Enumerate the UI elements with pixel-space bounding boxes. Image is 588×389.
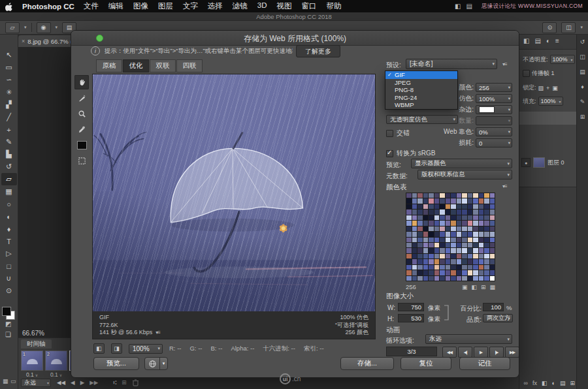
frame-delay-select[interactable]: 0.1 — [45, 371, 67, 378]
chevron-down-icon[interactable]: ▾ — [24, 25, 27, 30]
layer-mask-icon[interactable]: ◧ — [542, 380, 547, 386]
color-swatch[interactable] — [440, 270, 445, 275]
menu-item[interactable]: 图层 — [158, 1, 173, 11]
color-swatch[interactable] — [457, 270, 462, 275]
color-swatch[interactable] — [457, 243, 462, 247]
marquee-tool[interactable]: ▭ — [1, 61, 17, 74]
color-swatch[interactable] — [468, 226, 473, 231]
color-swatch[interactable] — [484, 210, 489, 214]
hand-tool[interactable]: ∪ — [1, 272, 17, 285]
color-swatch[interactable] — [490, 270, 495, 275]
color-swatch[interactable] — [451, 210, 456, 214]
color-swatch[interactable] — [440, 198, 445, 203]
color-swatch[interactable] — [440, 193, 445, 198]
color-swatch[interactable] — [484, 193, 489, 198]
layer-visibility-icon[interactable]: ● — [521, 158, 531, 167]
color-swatch[interactable] — [417, 193, 423, 198]
panel-menu-icon[interactable]: ≡ — [555, 37, 559, 44]
color-swatch[interactable] — [406, 210, 412, 214]
colors-select[interactable]: 256 — [476, 83, 512, 92]
color-swatch[interactable] — [468, 254, 473, 258]
frame-thumbnail[interactable]: 1 — [21, 350, 43, 371]
delete-color-icon[interactable]: ▦ — [489, 284, 495, 290]
color-swatch[interactable] — [451, 254, 456, 258]
dialog-tab[interactable]: 原稿 — [96, 59, 122, 72]
zoom-level-select[interactable]: 100% — [129, 344, 163, 354]
color-swatch[interactable] — [446, 210, 451, 214]
menu-item[interactable]: 图像 — [133, 1, 148, 11]
color-swatch[interactable] — [484, 221, 489, 225]
color-swatch[interactable] — [462, 238, 467, 242]
color-swatch[interactable] — [457, 198, 462, 203]
color-table-menu-icon[interactable]: ▾≡ — [502, 183, 507, 189]
layer-thumbnail[interactable] — [533, 157, 545, 168]
quick-select-tool[interactable]: ✳ — [1, 86, 17, 99]
color-swatch[interactable] — [406, 248, 412, 253]
apple-icon[interactable] — [5, 2, 13, 11]
color-swatch[interactable] — [457, 248, 462, 253]
color-swatch[interactable] — [468, 259, 473, 264]
color-swatch[interactable] — [462, 265, 467, 270]
color-swatch[interactable] — [462, 259, 467, 264]
adjustments-panel-icon[interactable]: ◐ — [546, 37, 550, 44]
color-swatch[interactable] — [457, 226, 462, 231]
browser-icon[interactable] — [144, 357, 160, 370]
color-swatch[interactable] — [429, 210, 434, 214]
color-swatch[interactable] — [457, 215, 462, 220]
color-swatch[interactable] — [423, 254, 429, 258]
color-swatch[interactable] — [406, 270, 412, 275]
history-brush-tool[interactable]: ↺ — [1, 161, 17, 173]
color-swatch[interactable] — [490, 232, 495, 236]
color-swatch[interactable] — [406, 259, 412, 264]
color-swatch[interactable] — [484, 265, 489, 270]
healing-brush-tool[interactable]: + — [1, 123, 17, 136]
menu-item[interactable]: 视图 — [277, 1, 292, 11]
color-swatch[interactable] — [446, 265, 451, 270]
layer-style-icon[interactable]: fx — [532, 380, 537, 386]
color-swatch[interactable] — [479, 198, 484, 203]
timeline-frame[interactable]: 2 0.1 — [45, 350, 67, 378]
color-swatch[interactable] — [412, 221, 417, 225]
last-frame-button[interactable]: ▶▶ — [90, 379, 98, 386]
color-swatch[interactable] — [484, 226, 489, 231]
channels-panel-icon[interactable]: ▤ — [580, 69, 585, 75]
color-swatch[interactable] — [417, 204, 423, 209]
slice-select-tool-icon[interactable] — [74, 91, 89, 105]
screen-mode-icon[interactable]: ❏ — [5, 331, 11, 338]
color-swatch[interactable] — [479, 276, 484, 281]
learn-more-button[interactable]: 了解更多 — [296, 45, 340, 57]
color-swatch[interactable] — [434, 226, 440, 231]
color-swatch[interactable] — [423, 193, 429, 198]
optimize-menu-icon[interactable]: ▾≡ — [502, 61, 507, 67]
matte-select[interactable] — [476, 105, 512, 114]
color-swatch[interactable] — [451, 265, 456, 270]
color-swatch[interactable] — [490, 221, 495, 225]
color-swatch[interactable] — [451, 248, 456, 253]
color-swatch[interactable] — [457, 210, 462, 214]
toggle-slices-icon[interactable]: ◧ — [93, 343, 105, 354]
color-swatch[interactable] — [473, 215, 478, 220]
color-swatch[interactable] — [423, 243, 429, 247]
color-swatch[interactable] — [406, 232, 412, 236]
color-swatch[interactable] — [451, 243, 456, 247]
color-swatch[interactable] — [468, 276, 473, 281]
color-swatch[interactable] — [417, 259, 423, 264]
menu-item[interactable]: 3D — [257, 1, 267, 11]
color-swatch[interactable] — [429, 204, 434, 209]
color-swatch[interactable] — [434, 265, 440, 270]
format-option[interactable]: ✓ PNG-24 — [385, 94, 457, 102]
delete-frame-icon[interactable] — [132, 379, 139, 386]
color-swatch[interactable] — [434, 248, 440, 253]
color-swatch[interactable] — [412, 210, 417, 214]
color-swatch[interactable] — [423, 248, 429, 253]
color-swatch[interactable] — [417, 276, 423, 281]
color-swatch[interactable] — [490, 243, 495, 247]
color-swatch[interactable] — [434, 232, 440, 236]
color-swatch[interactable] — [468, 193, 473, 198]
chevron-down-icon[interactable]: ▾ — [580, 25, 583, 30]
color-swatch[interactable] — [473, 210, 478, 214]
color-swatch[interactable] — [417, 270, 423, 275]
paths-panel-icon[interactable]: ♦ — [581, 84, 584, 90]
color-swatch[interactable] — [406, 243, 412, 247]
color-swatch[interactable] — [468, 221, 473, 225]
